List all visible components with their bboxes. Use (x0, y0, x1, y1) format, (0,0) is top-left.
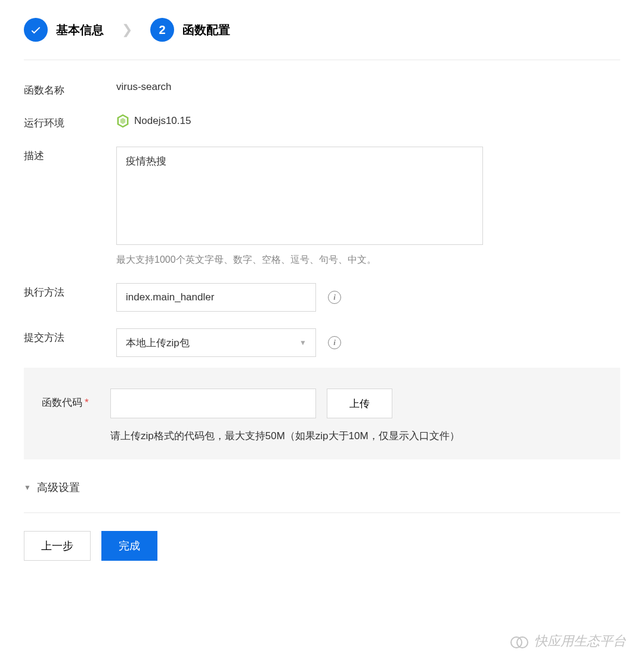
finish-button[interactable]: 完成 (101, 531, 157, 561)
info-icon[interactable]: i (328, 336, 341, 349)
check-icon (24, 18, 48, 42)
function-name-value: virus-search (116, 81, 620, 93)
upload-button[interactable]: 上传 (327, 389, 392, 418)
wizard-steps: 基本信息 ❯ 2 函数配置 (24, 18, 620, 60)
function-name-label: 函数名称 (24, 81, 116, 97)
caret-down-icon: ▼ (24, 483, 31, 492)
runtime-text: Nodejs10.15 (134, 115, 191, 127)
description-label: 描述 (24, 147, 116, 163)
step-basic-info[interactable]: 基本信息 (24, 18, 104, 42)
function-code-label: 函数代码* (42, 389, 110, 409)
step-function-config[interactable]: 2 函数配置 (150, 18, 230, 42)
code-file-input[interactable] (110, 389, 316, 418)
watermark: 快应用生态平台 (510, 632, 626, 650)
select-value: 本地上传zip包 (126, 336, 190, 350)
prev-button[interactable]: 上一步 (24, 531, 91, 561)
description-help: 最大支持1000个英文字母、数字、空格、逗号、句号、中文。 (116, 254, 620, 266)
info-icon[interactable]: i (328, 291, 341, 304)
wechat-icon (510, 634, 528, 648)
submit-method-label: 提交方法 (24, 328, 116, 344)
step-label: 基本信息 (56, 22, 104, 38)
code-help-text: 请上传zip格式的代码包，最大支持50M（如果zip大于10M，仅显示入口文件） (110, 429, 602, 443)
runtime-value: Nodejs10.15 (116, 114, 620, 128)
chevron-down-icon: ▼ (299, 338, 306, 347)
handler-input[interactable] (116, 283, 316, 312)
advanced-label: 高级设置 (37, 480, 80, 495)
runtime-label: 运行环境 (24, 114, 116, 130)
code-upload-section: 函数代码* 上传 请上传zip格式的代码包，最大支持50M（如果zip大于10M… (24, 368, 620, 459)
step-number-icon: 2 (150, 18, 174, 42)
description-textarea[interactable] (116, 147, 483, 245)
advanced-settings-toggle[interactable]: ▼ 高级设置 (24, 480, 620, 513)
watermark-text: 快应用生态平台 (534, 632, 626, 650)
submit-method-select[interactable]: 本地上传zip包 ▼ (116, 328, 316, 357)
nodejs-icon (116, 114, 129, 128)
step-label: 函数配置 (182, 22, 230, 38)
handler-label: 执行方法 (24, 283, 116, 299)
required-asterisk: * (85, 397, 89, 408)
chevron-right-icon: ❯ (122, 22, 132, 38)
